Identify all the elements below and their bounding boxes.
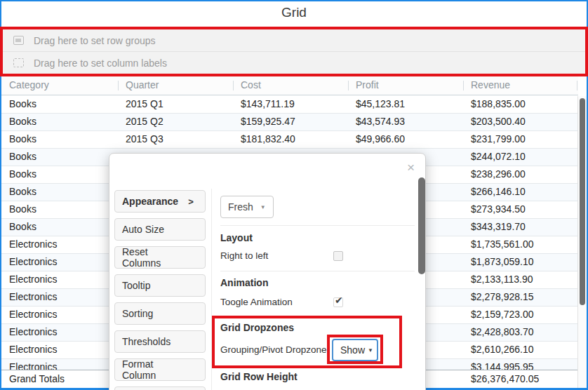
section-divider [220,271,415,271]
settings-menu-button-label: Tooltip [122,280,150,291]
settings-menu-button[interactable] [114,386,206,390]
settings-menu-button-label: Auto Size [122,224,164,235]
cell-quarter: 2015 Q2 [118,114,233,130]
table-row[interactable]: Books 2015 Q2 $159,925.47 $43,574.93 $20… [1,114,578,131]
settings-menu-button[interactable]: Tooltip [114,274,206,297]
grid-scrollbar[interactable] [577,96,587,388]
cell-profit: $45,123.81 [348,96,463,113]
cell-profit: $49,966.60 [348,131,463,148]
column-header-revenue[interactable]: Revenue [463,76,578,95]
settings-menu-button[interactable]: Auto Size [114,218,206,241]
grouping-dropzone-select[interactable]: Show ▼ [332,339,378,361]
cell-quarter: 2015 Q3 [118,131,233,148]
settings-menu-button[interactable]: Appearance > [114,190,206,213]
cell-category: Books [1,166,118,183]
right-to-left-label: Right to left [220,250,268,261]
cell-revenue: $2,159,723.00 [463,307,578,323]
row-groups-icon [13,36,24,45]
right-to-left-checkbox[interactable] [333,251,343,261]
grouping-dropzone-label: Grouping/Pivot Dropzone [220,344,327,355]
cell-revenue: $2,278,928.15 [463,289,578,306]
settings-menu-button[interactable]: Sorting [114,302,206,325]
cell-cost: $181,832.40 [233,131,348,148]
chevron-right-icon: > [188,196,194,207]
column-headers: Category Quarter Cost Profit Revenue [1,76,578,95]
table-row[interactable]: Books 2015 Q1 $143,711.19 $45,123.81 $18… [1,96,578,114]
row-groups-dropzone[interactable]: Drag here to set row groups [3,29,585,52]
column-labels-dropzone[interactable]: Drag here to set column labels [3,52,585,74]
cell-revenue: $203,500.40 [463,114,578,130]
theme-select-value: Fresh [228,201,253,213]
dialog-scrollbar-thumb[interactable] [418,177,425,274]
cell-category: Electronics [1,307,118,323]
cell-cost: $143,711.19 [233,96,348,113]
column-header-category[interactable]: Category [1,76,118,95]
cell-revenue: $266,146.10 [463,184,578,201]
cell-quarter: 2015 Q1 [118,96,233,113]
theme-select[interactable]: Fresh ▼ [220,196,274,218]
cell-category: Books [1,149,118,166]
cell-category: Books [1,96,118,113]
cell-revenue: $2,428,803.70 [463,324,578,341]
settings-menu-button-label: Format Column [122,358,188,381]
column-header-cost[interactable]: Cost [233,76,348,95]
layout-heading: Layout [220,232,253,243]
cell-revenue: $2,610,266.10 [463,342,578,358]
cell-category: Books [1,131,118,148]
cell-category: Books [1,219,118,236]
cell-revenue: $244,072.10 [463,149,578,166]
settings-menu-button[interactable]: Thresholds [114,330,206,353]
column-header-quarter[interactable]: Quarter [118,76,233,95]
settings-panel: Fresh ▼ Layout Right to left Animation T… [220,154,415,390]
settings-menu-button[interactable]: Format Column [114,358,206,381]
cell-revenue: $231,799.00 [463,131,578,148]
header-end-tick [577,81,577,90]
cell-revenue: $273,934.50 [463,201,578,218]
grand-total-revenue: $26,376,470.05 [463,370,578,388]
cell-category: Books [1,114,118,130]
cell-profit: $43,574.93 [348,114,463,130]
cell-category: Electronics [1,236,118,253]
right-to-left-row: Right to left [220,245,415,267]
settings-menu-button[interactable]: Reset Columns [114,246,206,269]
cell-revenue: $343,319.70 [463,219,578,236]
cell-revenue: $3,144,995.95 [463,359,578,370]
cell-category: Electronics [1,324,118,341]
toggle-animation-label: Toogle Animation [220,297,293,307]
cell-revenue: $1,873,059.10 [463,254,578,271]
cell-category: Books [1,201,118,218]
grid-scrollbar-thumb[interactable] [580,98,585,305]
page-title: Grid [0,5,588,20]
cell-category: Electronics [1,342,118,358]
column-labels-icon [13,58,24,67]
chevron-down-icon: ▼ [368,347,373,354]
cell-category: Electronics [1,271,118,288]
toggle-animation-row: Toogle Animation ✔ [220,291,415,314]
settings-menu: Appearance > Auto Size Reset Columns Too… [114,190,206,390]
grouping-dropzone-select-value: Show [340,344,365,356]
cell-revenue: $1,735,561.00 [463,236,578,253]
grid-row-height-heading: Grid Row Height [220,371,298,382]
checkmark-icon: ✔ [335,295,343,306]
dropzones-annotation-rect: Drag here to set row groups Drag here to… [0,27,588,76]
cell-revenue: $188,835.00 [463,96,578,113]
menu-panel-divider [211,189,212,390]
column-labels-dropzone-label: Drag here to set column labels [34,58,167,69]
cell-category: Electronics [1,289,118,306]
settings-menu-button-label: Reset Columns [122,246,188,269]
row-groups-dropzone-label: Drag here to set row groups [34,35,156,46]
toggle-animation-checkbox[interactable]: ✔ [333,297,343,307]
cell-revenue: $2,133,113.90 [463,271,578,288]
column-header-profit[interactable]: Profit [348,76,463,95]
cell-revenue: $238,296.00 [463,166,578,183]
cell-category: Electronics [1,359,118,370]
settings-dialog: × Appearance > Auto Size Reset Columns T… [109,153,426,390]
settings-menu-button-label: Appearance [122,196,178,207]
table-row[interactable]: Books 2015 Q3 $181,832.40 $49,966.60 $23… [1,131,578,149]
grand-total-label: Grand Totals [1,370,118,388]
grid-dropzones-heading: Grid Dropzones [220,322,294,333]
settings-menu-button-label: Thresholds [122,336,171,347]
cell-category: Books [1,184,118,201]
grid-app: Grid Drag here to set row groups Drag he… [0,0,588,390]
page-border-top [0,0,588,1]
